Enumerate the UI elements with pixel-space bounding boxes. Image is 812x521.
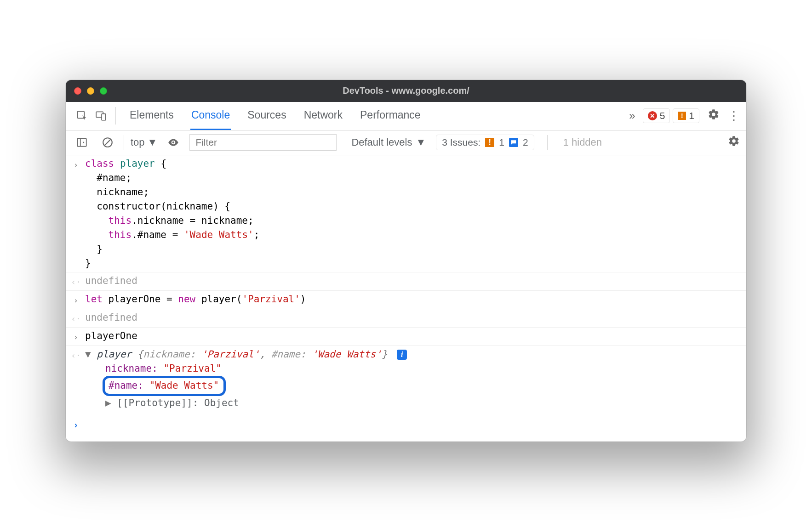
error-count-badge[interactable]: ✕ 5: [643, 108, 670, 123]
object-class-label: player: [97, 349, 132, 360]
execution-context-selector[interactable]: top ▼: [131, 136, 157, 148]
panel-tab-bar: Elements Console Sources Network Perform…: [66, 102, 746, 130]
console-output-object[interactable]: ‹· ▼ player {nickname: 'Parzival', #name…: [66, 346, 746, 412]
input-chevron-icon: ›: [67, 157, 85, 271]
svg-line-5: [105, 140, 111, 146]
issues-button[interactable]: 3 Issues: ! 1 2: [436, 135, 534, 150]
clear-console-icon[interactable]: [98, 133, 117, 152]
message-icon: [509, 138, 518, 147]
output-chevron-icon: ‹·: [67, 347, 85, 410]
device-toolbar-icon[interactable]: [91, 106, 111, 125]
hidden-messages-label[interactable]: 1 hidden: [563, 136, 602, 148]
console-prompt[interactable]: ›: [66, 412, 746, 442]
console-input-entry[interactable]: › let playerOne = new player('Parzival'): [66, 291, 746, 309]
window-titlebar: DevTools - www.google.com/: [66, 80, 746, 102]
warning-count: 1: [689, 110, 694, 121]
warning-count-badge[interactable]: ! 1: [673, 108, 699, 123]
divider: [547, 135, 548, 150]
code-snippet: let playerOne = new player('Parzival'): [85, 292, 746, 307]
more-options-icon[interactable]: ⋮: [728, 109, 740, 123]
window-controls: [74, 87, 107, 95]
console-toolbar: top ▼ Default levels ▼ 3 Issues: ! 1 2 1…: [66, 130, 746, 155]
object-tree: ▼ player {nickname: 'Parzival', #name: '…: [85, 347, 746, 410]
object-property-value: "Wade Watts": [149, 380, 219, 391]
svg-point-6: [172, 142, 174, 143]
input-chevron-icon: ›: [67, 329, 85, 344]
execution-context-label: top: [131, 136, 145, 148]
tab-elements[interactable]: Elements: [129, 102, 175, 130]
chevron-down-icon: ▼: [148, 136, 158, 148]
window-title: DevTools - www.google.com/: [66, 85, 746, 96]
warning-icon: !: [678, 112, 686, 120]
issues-warn-count: 1: [499, 137, 504, 148]
filter-input[interactable]: [189, 134, 337, 151]
prompt-line[interactable]: [85, 417, 746, 432]
console-input-entry[interactable]: › playerOne: [66, 328, 746, 346]
tab-performance[interactable]: Performance: [359, 102, 422, 130]
object-property-key: #name: [109, 380, 137, 391]
info-icon[interactable]: i: [397, 350, 407, 360]
more-tabs-icon[interactable]: »: [629, 109, 635, 122]
output-chevron-icon: ‹·: [67, 274, 85, 289]
issues-label: 3 Issues:: [442, 137, 480, 148]
error-count: 5: [660, 110, 665, 121]
settings-icon[interactable]: [708, 108, 720, 124]
code-snippet: class player { #name; nickname; construc…: [85, 157, 746, 271]
warning-icon: !: [485, 138, 494, 147]
zoom-window-button[interactable]: [100, 87, 107, 95]
expand-arrow-icon[interactable]: ▶: [105, 397, 111, 408]
svg-rect-3: [77, 138, 86, 146]
highlighted-private-field: #name: "Wade Watts": [103, 376, 226, 396]
sidebar-toggle-icon[interactable]: [72, 133, 91, 152]
undefined-result: undefined: [85, 311, 746, 326]
svg-rect-2: [102, 114, 106, 120]
object-property-key: nickname: [105, 363, 152, 374]
chevron-down-icon: ▼: [416, 136, 426, 148]
minimize-window-button[interactable]: [87, 87, 94, 95]
console-settings-icon[interactable]: [728, 135, 740, 150]
object-property-value: "Parzival": [163, 363, 221, 374]
tab-sources[interactable]: Sources: [246, 102, 287, 130]
output-chevron-icon: ‹·: [67, 311, 85, 326]
console-input-entry[interactable]: › class player { #name; nickname; constr…: [66, 155, 746, 272]
input-chevron-icon: ›: [67, 292, 85, 307]
inspect-element-icon[interactable]: [72, 106, 91, 125]
devtools-window: DevTools - www.google.com/ Elements Cons…: [66, 80, 746, 442]
console-output-entry: ‹· undefined: [66, 272, 746, 291]
prototype-value: Object: [204, 397, 239, 408]
divider: [124, 135, 124, 150]
console-body: › class player { #name; nickname; constr…: [66, 155, 746, 442]
live-expression-icon[interactable]: [164, 133, 183, 152]
issues-msg-count: 2: [523, 137, 528, 148]
prototype-key: [[Prototype]]: [117, 397, 192, 408]
prompt-chevron-icon: ›: [67, 417, 85, 432]
tab-list: Elements Console Sources Network Perform…: [129, 102, 422, 130]
undefined-result: undefined: [85, 274, 746, 289]
expand-arrow-icon[interactable]: ▼: [85, 349, 91, 360]
code-snippet: playerOne: [85, 329, 746, 344]
divider: [115, 107, 116, 125]
log-levels-selector[interactable]: Default levels ▼: [351, 136, 426, 148]
tab-network[interactable]: Network: [303, 102, 343, 130]
error-icon: ✕: [648, 111, 657, 120]
log-levels-label: Default levels: [351, 136, 412, 148]
console-output-entry: ‹· undefined: [66, 309, 746, 328]
tab-console[interactable]: Console: [190, 102, 231, 130]
close-window-button[interactable]: [74, 87, 81, 95]
